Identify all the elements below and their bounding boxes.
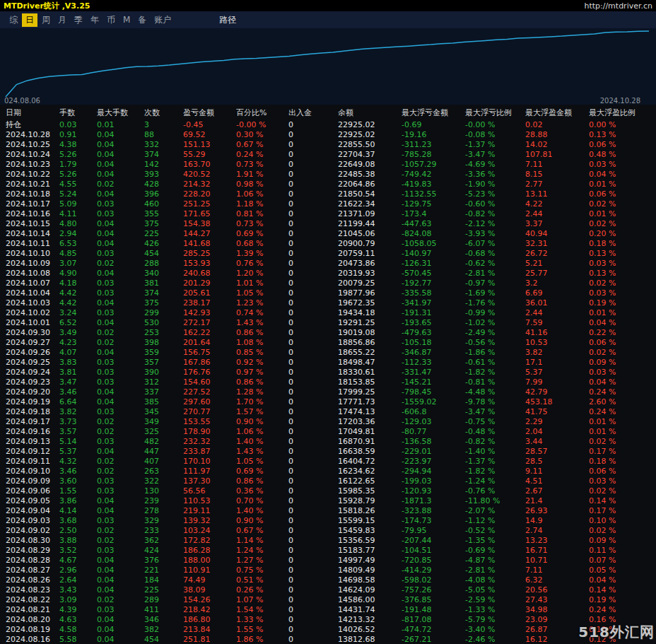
table-row[interactable]: 2024.09.196.640.04385297.601.70 %017771.…: [6, 397, 656, 407]
table-row[interactable]: 2024.10.185.240.04396228.201.06 %021850.…: [6, 189, 656, 199]
menu-item-账户[interactable]: 账户: [151, 13, 175, 27]
table-row[interactable]: 2024.10.231.790.04142163.700.73 %022649.…: [6, 160, 656, 170]
menu-item-年[interactable]: 年: [87, 13, 102, 27]
table-row[interactable]: 2024.10.084.900.04340240.681.20 %020319.…: [6, 269, 656, 279]
table-row[interactable]: 2024.10.116.530.04426141.680.68 %020900.…: [6, 239, 656, 249]
table-row[interactable]: 2024.10.023.240.03299142.930.74 %019434.…: [6, 308, 656, 318]
menu-item-M[interactable]: M: [119, 14, 134, 25]
table-row[interactable]: 2024.08.303.880.02362172.821.14 %015356.…: [6, 536, 656, 546]
table-row[interactable]: 2024.09.274.230.02398201.641.08 %018856.…: [6, 338, 656, 348]
table-row[interactable]: 2024.09.103.460.02263111.970.69 %016234.…: [6, 467, 656, 476]
table-cell: 142.93: [183, 308, 236, 318]
table-cell: 454: [144, 635, 183, 644]
table-row[interactable]: 2024.08.272.960.04221110.910.75 %014809.…: [6, 566, 656, 575]
table-cell: 2024.09.10: [6, 467, 59, 476]
table-row[interactable]: 2024.08.233.430.0422538.090.26 %014624.0…: [6, 585, 656, 595]
table-cell: 3.07: [59, 259, 97, 269]
table-row[interactable]: 2024.09.163.570.02325178.901.06 %017049.…: [6, 427, 656, 437]
table-cell: -136.58: [402, 437, 465, 447]
table-cell: 4.55: [59, 180, 97, 189]
table-cell: -2.59 %: [465, 595, 525, 605]
table-cell: 407: [144, 457, 183, 467]
table-cell: 0: [288, 130, 338, 140]
table-cell: 1.54 %: [236, 605, 288, 615]
table-row[interactable]: 2024.08.284.670.04376188.001.27 %014997.…: [6, 556, 656, 566]
table-row[interactable]: 2024.09.233.470.03312154.600.86 %018153.…: [6, 377, 656, 387]
table-row[interactable]: 2024.10.016.520.04530272.171.43 %019291.…: [6, 318, 656, 328]
table-cell: -79.95: [402, 526, 465, 536]
table-cell: 0.06 %: [589, 189, 649, 199]
table-row[interactable]: 2024.09.253.830.03357167.860.92 %018498.…: [6, 358, 656, 368]
menu-item-日[interactable]: 日: [22, 13, 37, 27]
menu-item-备[interactable]: 备: [134, 13, 150, 27]
table-row[interactable]: 2024.08.194.580.04382213.841.55 %014026.…: [6, 625, 656, 635]
menu-item-综[interactable]: 综: [6, 13, 21, 27]
table-row[interactable]: 2024.08.165.580.04454251.811.86 %013812.…: [6, 635, 656, 644]
table-cell: 0: [288, 526, 338, 536]
table-cell: 0.04: [97, 269, 144, 279]
table-row[interactable]: 2024.10.245.260.0437455.290.24 %022704.3…: [6, 150, 656, 160]
table-cell: -0.60 %: [465, 199, 525, 209]
table-cell: 4.63: [59, 615, 97, 625]
menu-item-币[interactable]: 币: [103, 13, 119, 27]
table-row[interactable]: 2024.10.104.850.03454285.251.39 %020759.…: [6, 249, 656, 259]
table-cell: -173.4: [402, 209, 465, 219]
table-row[interactable]: 2024.09.135.140.03482232.321.40 %016870.…: [6, 437, 656, 447]
table-cell: 0.03: [97, 249, 144, 259]
table-cell: -598.02: [402, 575, 465, 585]
table-row[interactable]: 2024.09.053.860.04239110.530.70 %015928.…: [6, 496, 656, 506]
table-row[interactable]: 2024.09.183.820.03345270.771.57 %017474.…: [6, 407, 656, 417]
table-row[interactable]: 2024.09.044.140.04278219.111.40 %015818.…: [6, 506, 656, 516]
table-cell: 285.25: [183, 249, 236, 259]
app-url-link[interactable]: http://mtdriver.cn: [584, 1, 652, 11]
table-row[interactable]: 2024.10.154.800.04375154.380.73 %021199.…: [6, 219, 656, 229]
table-row[interactable]: 2024.10.034.420.04375238.171.23 %019672.…: [6, 298, 656, 308]
table-cell: 2024.10.21: [6, 180, 59, 189]
menu-item-path[interactable]: 路径: [219, 14, 236, 26]
table-cell: 2024.08.27: [6, 566, 59, 575]
table-row[interactable]: 2024.09.303.490.02253162.220.86 %019019.…: [6, 328, 656, 338]
menu-item-周[interactable]: 周: [38, 13, 54, 27]
table-row[interactable]: 2024.09.061.550.0313056.560.36 %015985.3…: [6, 486, 656, 496]
table-row[interactable]: 2024.10.142.940.04225144.270.69 %021045.…: [6, 229, 656, 239]
table-row[interactable]: 2024.09.173.730.02349153.550.90 %017203.…: [6, 417, 656, 427]
table-row[interactable]: 2024.09.125.370.04447233.871.43 %016638.…: [6, 447, 656, 457]
table-cell: 188.00: [183, 556, 236, 566]
menu-item-季[interactable]: 季: [71, 13, 86, 27]
table-row[interactable]: 2024.08.262.640.0418474.490.51 %014698.5…: [6, 575, 656, 585]
table-row[interactable]: 2024.09.203.460.04337227.521.28 %017999.…: [6, 387, 656, 397]
table-cell: 0.70 %: [236, 496, 288, 506]
table-row[interactable]: 持仓0.030.013-0.45-0.00 %022925.02-0.69-0.…: [6, 120, 656, 130]
table-cell: 0: [288, 536, 338, 546]
table-row[interactable]: 2024.10.074.180.03381201.291.01 %020079.…: [6, 279, 656, 288]
table-row[interactable]: 2024.09.243.810.03390176.760.97 %018330.…: [6, 368, 656, 377]
table-row[interactable]: 2024.10.254.380.04332151.130.67 %022855.…: [6, 140, 656, 150]
menu-item-月[interactable]: 月: [54, 13, 70, 27]
table-row[interactable]: 2024.10.093.070.02288153.930.76 %020473.…: [6, 259, 656, 269]
table-cell: 0.04: [97, 566, 144, 575]
table-cell: 2024.09.02: [6, 526, 59, 536]
table-cell: 0: [288, 219, 338, 229]
table-cell: 375: [144, 219, 183, 229]
table-cell: 0: [288, 308, 338, 318]
table-row[interactable]: 2024.10.164.110.03355171.650.81 %021371.…: [6, 209, 656, 219]
table-cell: -570.45: [402, 269, 465, 279]
table-cell: -0.81 %: [465, 377, 525, 387]
table-row[interactable]: 2024.10.280.910.048869.520.30 %022925.02…: [6, 130, 656, 140]
table-row[interactable]: 2024.10.044.420.03374205.611.05 %019877.…: [6, 288, 656, 298]
table-row[interactable]: 2024.09.022.500.02233103.240.67 %015459.…: [6, 526, 656, 536]
table-row[interactable]: 2024.09.033.680.03329139.320.90 %015599.…: [6, 516, 656, 526]
table-row[interactable]: 2024.08.293.520.03424186.281.24 %015183.…: [6, 546, 656, 556]
table-row[interactable]: 2024.10.225.260.04393420.521.91 %022485.…: [6, 170, 656, 180]
table-cell: 2024.10.07: [6, 279, 59, 288]
table-row[interactable]: 2024.08.204.630.04346186.801.33 %014213.…: [6, 615, 656, 625]
table-row[interactable]: 2024.10.214.550.02428214.320.98 %022064.…: [6, 180, 656, 189]
table-row[interactable]: 2024.09.114.320.02407170.101.05 %016404.…: [6, 457, 656, 467]
table-row[interactable]: 2024.10.175.090.03460251.251.18 %021622.…: [6, 199, 656, 209]
table-row[interactable]: 2024.08.214.390.03411218.421.54 %014431.…: [6, 605, 656, 615]
table-row[interactable]: 2024.08.223.090.02289154.261.07 %014586.…: [6, 595, 656, 605]
table-cell: 3.82: [59, 407, 97, 417]
table-row[interactable]: 2024.09.093.600.03322137.300.86 %016122.…: [6, 476, 656, 486]
table-row[interactable]: 2024.09.264.070.04359156.750.85 %018655.…: [6, 348, 656, 358]
table-cell: 0: [288, 605, 338, 615]
